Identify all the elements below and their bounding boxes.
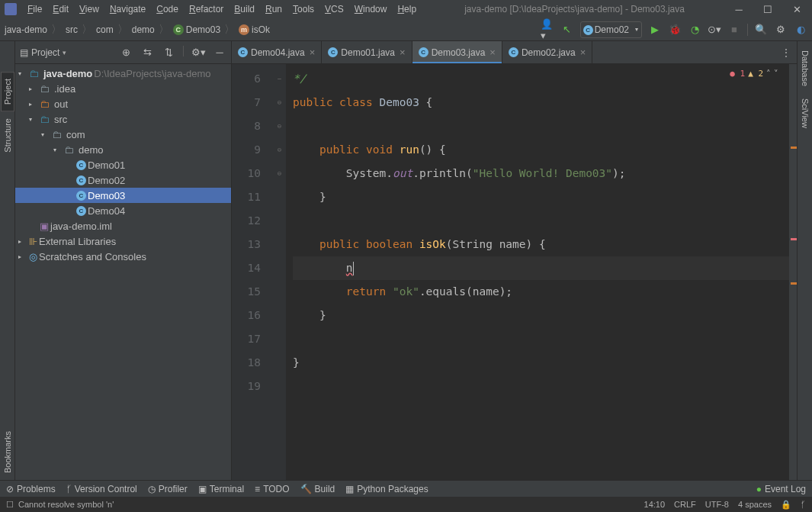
editor-tabs: CDemo04.java×CDemo01.java×CDemo03.java×C…	[232, 41, 797, 64]
tree-idea[interactable]: ▸🗀.idea	[15, 81, 231, 96]
search-everywhere-icon[interactable]: 🔍	[754, 23, 768, 37]
project-dropdown-icon[interactable]: ▤	[20, 47, 28, 58]
tree-root[interactable]: ▾🗀java-demo D:\IdeaProjects\java-demo	[15, 66, 231, 81]
window-title: java-demo [D:\IdeaProjects\java-demo] - …	[421, 4, 728, 14]
menu-build[interactable]: Build	[229, 2, 259, 16]
editor-scrollbar[interactable]	[789, 64, 797, 480]
close-tab-icon[interactable]: ×	[400, 47, 406, 58]
ide-help-icon[interactable]: ◐	[794, 23, 807, 37]
status-3[interactable]: 4 spaces	[738, 500, 772, 510]
line-number-gutter: 678910111213141516171819	[232, 64, 273, 480]
breadcrumb: java-demo〉src〉com〉demo〉CDemo03〉misOk	[5, 23, 270, 37]
tree-out[interactable]: ▸🗀out	[15, 96, 231, 111]
debug-button[interactable]: 🐞	[668, 23, 682, 37]
breadcrumb-Demo03[interactable]: CDemo03	[173, 24, 220, 35]
tree-src[interactable]: ▾🗀src	[15, 111, 231, 127]
lock-icon[interactable]: 🔒	[781, 500, 791, 510]
tab-menu-icon[interactable]: ⋮	[775, 41, 797, 63]
breadcrumb-src[interactable]: src	[66, 24, 78, 35]
toolwindow-version-control[interactable]: ᚶVersion Control	[66, 484, 137, 494]
menu-vcs[interactable]: VCS	[320, 2, 348, 16]
main-menu: FileEditViewNavigateCodeRefactorBuildRun…	[23, 2, 421, 16]
status-message: Cannot resolve symbol 'n'	[18, 500, 114, 509]
sciview-toolwindow-tab[interactable]: SciView	[799, 92, 811, 134]
profile-button[interactable]: ⊙▾	[708, 23, 721, 37]
menu-window[interactable]: Window	[350, 2, 392, 16]
database-toolwindow-tab[interactable]: Database	[799, 44, 811, 92]
collapse-all-icon[interactable]: ⇅	[162, 46, 175, 60]
tab-Demo01.java[interactable]: CDemo01.java×	[322, 41, 412, 63]
toolwindow-problems[interactable]: ⊘Problems	[6, 484, 56, 494]
tab-Demo02.java[interactable]: CDemo02.java×	[502, 41, 592, 63]
tab-Demo03.java[interactable]: CDemo03.java×	[412, 41, 502, 63]
code-editor[interactable]: */public class Demo03 { public void run(…	[287, 64, 789, 480]
maximize-button[interactable]: ☐	[757, 1, 778, 18]
settings-icon[interactable]: ⚙	[774, 23, 788, 37]
tree-file-Demo01[interactable]: C Demo01	[15, 157, 231, 172]
run-config-selector[interactable]: C Demo02 ▾	[580, 21, 642, 38]
tree-iml[interactable]: ▣ java-demo.iml	[15, 218, 231, 233]
minimize-button[interactable]: ─	[728, 1, 749, 18]
status-1[interactable]: CRLF	[674, 500, 696, 510]
next-problem-icon[interactable]: ˅	[774, 69, 778, 79]
status-icon[interactable]: ☐	[6, 500, 14, 510]
status-0[interactable]: 14:10	[644, 500, 666, 510]
toolwindow-profiler[interactable]: ◷Profiler	[148, 484, 188, 494]
menu-code[interactable]: Code	[152, 2, 183, 16]
breadcrumb-com[interactable]: com	[96, 24, 114, 35]
tree-file-Demo02[interactable]: C Demo02	[15, 172, 231, 188]
tree-file-Demo03[interactable]: C Demo03	[15, 188, 231, 203]
prev-problem-icon[interactable]: ˄	[766, 69, 771, 79]
warning-count-badge[interactable]: ▲ 2	[748, 69, 763, 79]
back-arrow-icon[interactable]: ↖	[560, 23, 574, 37]
toolwindow-terminal[interactable]: ▣Terminal	[198, 484, 244, 494]
project-toolwindow-tab[interactable]: Project	[1, 72, 14, 111]
menu-refactor[interactable]: Refactor	[185, 2, 228, 16]
toolwindow-python-packages[interactable]: ▦Python Packages	[345, 484, 428, 494]
menu-navigate[interactable]: Navigate	[105, 2, 150, 16]
tree-file-Demo04[interactable]: C Demo04	[15, 203, 231, 218]
tree-com[interactable]: ▾🗀com	[15, 127, 231, 142]
menu-edit[interactable]: Edit	[48, 2, 73, 16]
breadcrumb-java-demo[interactable]: java-demo	[5, 24, 47, 35]
select-opened-file-icon[interactable]: ⊕	[119, 46, 133, 60]
toolwindow-build[interactable]: 🔨Build	[300, 484, 335, 494]
expand-all-icon[interactable]: ⇆	[140, 46, 154, 60]
close-button[interactable]: ✕	[786, 1, 807, 18]
run-config-label: Demo02	[595, 24, 629, 35]
menu-view[interactable]: View	[75, 2, 104, 16]
hide-panel-icon[interactable]: ─	[213, 46, 226, 60]
app-icon	[5, 3, 17, 15]
tree-demo[interactable]: ▾🗀demo	[15, 142, 231, 157]
tree-scratch[interactable]: ▸◎ Scratches and Consoles	[15, 249, 231, 264]
event-log-button[interactable]: ●Event Log	[756, 484, 806, 494]
menu-help[interactable]: Help	[393, 2, 421, 16]
run-button[interactable]: ▶	[648, 23, 662, 37]
branch-icon[interactable]: ᚶ	[801, 500, 806, 510]
user-icon[interactable]: 👤▾	[541, 23, 554, 37]
coverage-button[interactable]: ◔	[688, 23, 701, 37]
toolwindow-todo[interactable]: ≡TODO	[255, 484, 289, 494]
menu-tools[interactable]: Tools	[288, 2, 319, 16]
fold-gutter[interactable]: −⊖⊖⊖⊖	[273, 64, 287, 480]
close-tab-icon[interactable]: ×	[310, 47, 316, 58]
breadcrumb-demo[interactable]: demo	[132, 24, 155, 35]
project-panel: ▤ Project ▾ ⊕ ⇆ ⇅ ⚙▾ ─ ▾🗀java-demo D:\Id…	[15, 41, 232, 480]
bookmarks-toolwindow-tab[interactable]: Bookmarks	[1, 424, 14, 480]
structure-toolwindow-tab[interactable]: Structure	[1, 111, 14, 159]
status-2[interactable]: UTF-8	[705, 500, 729, 510]
tab-Demo04.java[interactable]: CDemo04.java×	[232, 41, 322, 63]
tree-extlib[interactable]: ▸⊪ External Libraries	[15, 233, 231, 249]
project-header-label: Project	[31, 47, 59, 58]
close-tab-icon[interactable]: ×	[489, 47, 496, 58]
breadcrumb-isOk[interactable]: misOk	[239, 24, 270, 35]
settings-gear-icon[interactable]: ⚙▾	[191, 46, 205, 60]
close-tab-icon[interactable]: ×	[580, 47, 586, 58]
stop-button[interactable]: ■	[727, 23, 741, 37]
error-count-badge[interactable]: ● 1	[730, 69, 745, 79]
menu-run[interactable]: Run	[261, 2, 287, 16]
menu-file[interactable]: File	[23, 2, 47, 16]
